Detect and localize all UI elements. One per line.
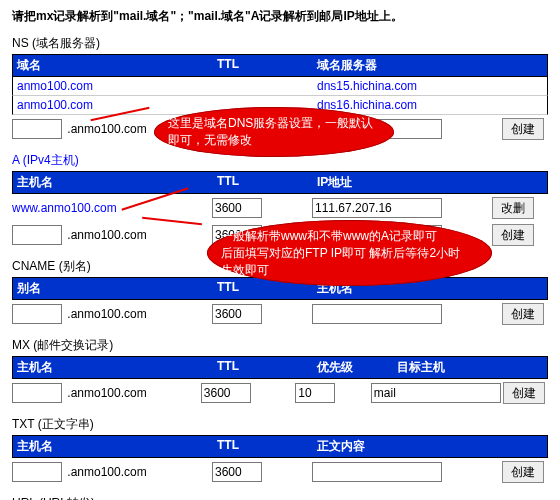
a-create-button[interactable]: 创建 <box>492 224 534 246</box>
ns-section: NS (域名服务器) 域名 TTL 域名服务器 anmo100.com dns1… <box>12 35 548 142</box>
ns-row-domain: anmo100.com <box>13 77 213 95</box>
ns-h-ttl: TTL <box>213 55 313 76</box>
ns-row-server: dns15.hichina.com <box>313 77 547 95</box>
mx-target-input[interactable] <box>371 383 501 403</box>
txt-form-row: .anmo100.com 创建 <box>12 459 548 485</box>
cname-h-alias: 别名 <box>13 278 213 299</box>
mx-suffix: .anmo100.com <box>67 386 146 400</box>
url-section: URL (URL转发) 主机名 TTL 方式 URL地址 万网解析服务调整：20… <box>12 495 548 500</box>
table-row: anmo100.com dns15.hichina.com <box>12 77 548 96</box>
callout-2: 一般解析带www和不带www的A记录即可 后面填写对应的FTP IP即可 解析后… <box>207 220 492 286</box>
a-host-input[interactable] <box>12 225 62 245</box>
txt-create-button[interactable]: 创建 <box>502 461 544 483</box>
txt-ttl-input[interactable] <box>212 462 262 482</box>
mx-form-row: .anmo100.com 创建 <box>12 380 548 406</box>
txt-title: TXT (正文字串) <box>12 416 548 433</box>
txt-body-input[interactable] <box>312 462 442 482</box>
a-suffix: .anmo100.com <box>67 228 146 242</box>
mx-pri-input[interactable] <box>295 383 335 403</box>
cname-form-row: .anmo100.com 创建 <box>12 301 548 327</box>
txt-header: 主机名 TTL 正文内容 <box>12 435 548 458</box>
cname-suffix: .anmo100.com <box>67 307 146 321</box>
ns-host-input[interactable] <box>12 119 62 139</box>
a-h-ttl: TTL <box>213 172 313 193</box>
mx-section: MX (邮件交换记录) 主机名 TTL 优先级 目标主机 .anmo100.co… <box>12 337 548 406</box>
cname-ttl-input[interactable] <box>212 304 262 324</box>
ns-h-domain: 域名 <box>13 55 213 76</box>
ns-header: 域名 TTL 域名服务器 <box>12 54 548 77</box>
txt-suffix: .anmo100.com <box>67 465 146 479</box>
a-row-ttl-input[interactable] <box>212 198 262 218</box>
mx-ttl-input[interactable] <box>201 383 251 403</box>
mx-h-target: 目标主机 <box>393 357 547 378</box>
url-title: URL (URL转发) <box>12 495 548 500</box>
mx-h-host: 主机名 <box>13 357 213 378</box>
mx-h-ttl: TTL <box>213 357 313 378</box>
mx-h-pri: 优先级 <box>313 357 393 378</box>
ns-row-domain: anmo100.com <box>13 96 213 114</box>
ns-title: NS (域名服务器) <box>12 35 548 52</box>
cname-host-input[interactable] <box>312 304 442 324</box>
txt-section: TXT (正文字串) 主机名 TTL 正文内容 .anmo100.com 创建 <box>12 416 548 485</box>
callout-1: 这里是域名DNS服务器设置，一般默认 即可，无需修改 <box>154 107 394 157</box>
mx-create-button[interactable]: 创建 <box>503 382 545 404</box>
a-data-row: www.anmo100.com 改删 <box>12 195 548 221</box>
ns-create-button[interactable]: 创建 <box>502 118 544 140</box>
txt-h-ttl: TTL <box>213 436 313 457</box>
txt-h-host: 主机名 <box>13 436 213 457</box>
cname-create-button[interactable]: 创建 <box>502 303 544 325</box>
ns-h-server: 域名服务器 <box>313 55 547 76</box>
a-header: 主机名 TTL IP地址 <box>12 171 548 194</box>
cname-alias-input[interactable] <box>12 304 62 324</box>
txt-h-body: 正文内容 <box>313 436 547 457</box>
mx-header: 主机名 TTL 优先级 目标主机 <box>12 356 548 379</box>
txt-host-input[interactable] <box>12 462 62 482</box>
a-h-ip: IP地址 <box>313 172 477 193</box>
ns-suffix: .anmo100.com <box>67 122 146 136</box>
a-row-action-button[interactable]: 改删 <box>492 197 534 219</box>
a-row-host: www.anmo100.com <box>12 201 212 215</box>
a-row-ip-input[interactable] <box>312 198 442 218</box>
a-section: A (IPv4主机) 主机名 TTL IP地址 www.anmo100.com … <box>12 152 548 248</box>
top-instruction: 请把mx记录解析到"mail.域名"；"mail.域名"A记录解析到邮局IP地址… <box>12 8 548 25</box>
mx-title: MX (邮件交换记录) <box>12 337 548 354</box>
mx-host-input[interactable] <box>12 383 62 403</box>
